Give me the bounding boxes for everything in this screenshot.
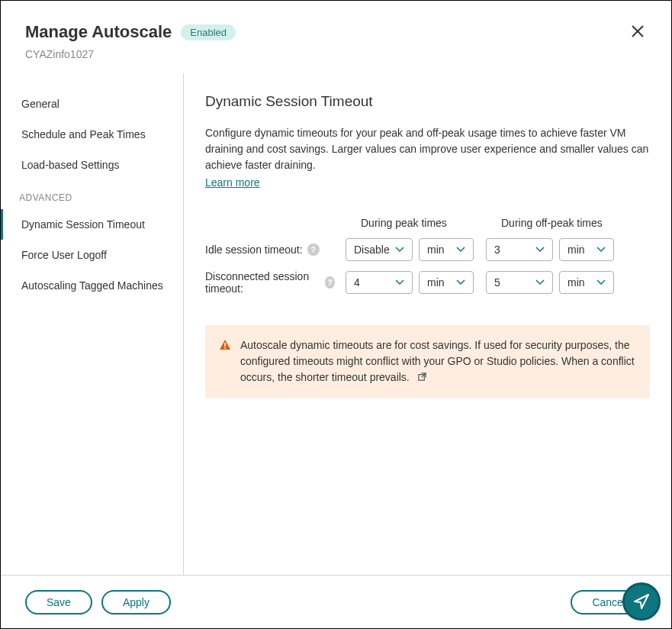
chevron-down-icon (456, 247, 465, 253)
chevron-down-icon (395, 247, 404, 253)
idle-offpeak-value-select[interactable]: 3 (486, 238, 553, 261)
header-left: Manage Autoscale Enabled CYAZinfo1027 (25, 22, 236, 60)
disc-offpeak-unit: min (568, 276, 585, 289)
idle-offpeak-unit: min (568, 244, 585, 256)
warning-box: Autoscale dynamic timeouts are for cost … (205, 325, 650, 398)
sidebar-item-general[interactable]: General (1, 89, 183, 119)
header: Manage Autoscale Enabled CYAZinfo1027 (1, 1, 671, 73)
save-button[interactable]: Save (25, 590, 92, 614)
chevron-down-icon (596, 279, 606, 285)
sidebar-item-force-logoff[interactable]: Force User Logoff (1, 240, 183, 270)
label-idle-text: Idle session timeout: (205, 244, 303, 256)
chevron-down-icon (456, 279, 465, 285)
page-subtitle: CYAZinfo1027 (25, 48, 236, 60)
close-button[interactable] (629, 22, 647, 40)
learn-more-link[interactable]: Learn more (205, 176, 260, 189)
idle-peak-group: Disable min (346, 238, 486, 261)
disc-offpeak-value: 5 (494, 276, 500, 289)
row-idle: Idle session timeout: ? Disable min 3 (205, 238, 650, 261)
content-description: Configure dynamic timeouts for your peak… (205, 125, 650, 173)
external-link-icon[interactable] (417, 370, 427, 386)
chevron-down-icon (535, 279, 545, 285)
label-disconnected-text: Disconnected session timeout: (205, 270, 320, 295)
content-title: Dynamic Session Timeout (205, 93, 650, 110)
sidebar-item-tagged-machines[interactable]: Autoscaling Tagged Machines (1, 270, 183, 301)
content: Dynamic Session Timeout Configure dynami… (184, 73, 671, 576)
sidebar-heading-advanced: ADVANCED (1, 183, 183, 209)
chevron-down-icon (596, 247, 606, 253)
footer-left: Save Apply (25, 590, 171, 614)
warning-text: Autoscale dynamic timeouts are for cost … (240, 337, 636, 386)
column-header-offpeak: During off-peak times (501, 217, 641, 229)
label-disconnected: Disconnected session timeout: ? (205, 270, 346, 295)
chevron-down-icon (535, 247, 545, 253)
disc-peak-group: 4 min (346, 271, 486, 294)
sidebar-item-dynamic-timeout[interactable]: Dynamic Session Timeout (1, 209, 183, 240)
column-header-peak: During peak times (361, 217, 501, 229)
sidebar: General Schedule and Peak Times Load-bas… (1, 73, 184, 576)
row-disconnected: Disconnected session timeout: ? 4 min (205, 270, 650, 295)
disc-peak-unit: min (427, 276, 445, 289)
title-row: Manage Autoscale Enabled (25, 22, 236, 42)
svg-rect-4 (224, 347, 226, 349)
close-icon (631, 24, 645, 38)
idle-peak-value-select[interactable]: Disable (346, 238, 413, 261)
disc-offpeak-value-select[interactable]: 5 (486, 271, 553, 294)
page-title: Manage Autoscale (25, 22, 172, 42)
label-idle: Idle session timeout: ? (205, 244, 346, 256)
disc-offpeak-unit-select[interactable]: min (559, 271, 614, 294)
svg-rect-3 (224, 343, 226, 347)
idle-peak-value: Disable (354, 244, 390, 256)
chevron-down-icon (395, 279, 404, 285)
svg-line-6 (421, 373, 426, 378)
warning-icon (219, 339, 231, 386)
idle-offpeak-unit-select[interactable]: min (559, 238, 614, 261)
disc-peak-unit-select[interactable]: min (419, 271, 474, 294)
apply-button[interactable]: Apply (101, 590, 171, 614)
disc-peak-value-select[interactable]: 4 (346, 271, 413, 294)
idle-offpeak-value: 3 (494, 244, 500, 256)
footer: Save Apply Cancel (1, 575, 671, 628)
navigate-icon (632, 592, 651, 611)
fab-button[interactable] (622, 582, 661, 621)
main-container: General Schedule and Peak Times Load-bas… (1, 73, 671, 576)
disc-offpeak-group: 5 min (486, 271, 626, 294)
sidebar-item-load[interactable]: Load-based Settings (1, 150, 183, 180)
sidebar-item-schedule[interactable]: Schedule and Peak Times (1, 119, 183, 150)
help-icon[interactable]: ? (325, 276, 335, 289)
idle-peak-unit: min (427, 244, 445, 256)
idle-offpeak-group: 3 min (486, 238, 626, 261)
form-area: During peak times During off-peak times … (205, 217, 650, 295)
status-badge: Enabled (181, 24, 236, 40)
warning-message: Autoscale dynamic timeouts are for cost … (240, 339, 635, 383)
disc-peak-value: 4 (354, 276, 360, 289)
form-header-row: During peak times During off-peak times (205, 217, 650, 229)
idle-peak-unit-select[interactable]: min (419, 238, 474, 261)
help-icon[interactable]: ? (307, 244, 320, 256)
